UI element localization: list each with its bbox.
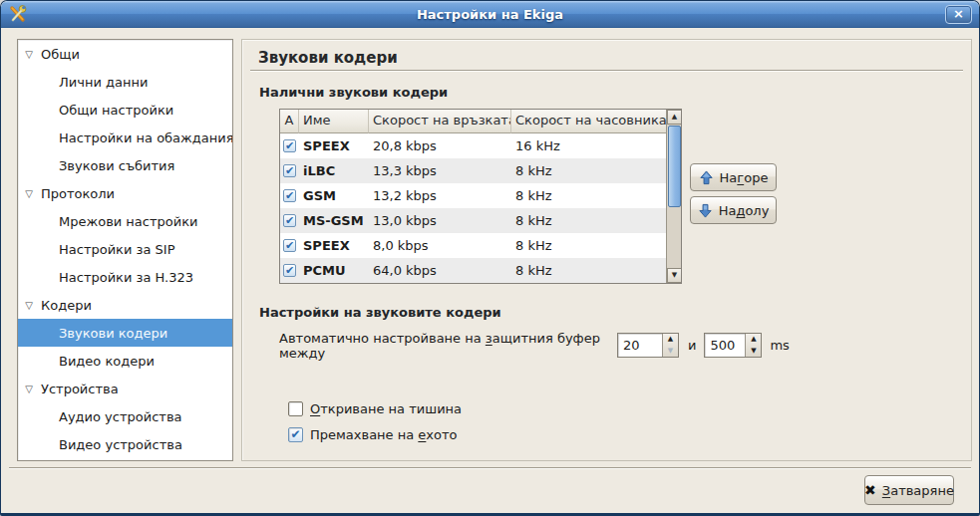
codec-enabled-checkbox[interactable]: ✔ (283, 239, 296, 252)
codec-name: SPEEX (299, 138, 369, 153)
codec-enabled-cell: ✔ (280, 164, 299, 177)
sidebar-item[interactable]: Настройки за SIP (18, 235, 232, 263)
sidebar-item-label: Видео кодери (59, 354, 155, 369)
expander-icon[interactable]: ▽ (22, 188, 36, 199)
sidebar-group[interactable]: ▽Протоколи (18, 179, 232, 207)
sidebar-item-label: Настройки за H.323 (59, 270, 193, 285)
codec-row[interactable]: ✔SPEEX8,0 kbps8 kHz (280, 233, 666, 258)
scroll-down-icon[interactable]: ▼ (667, 268, 682, 283)
spin-up-icon[interactable]: ▲ (663, 334, 678, 346)
spin-down-icon[interactable]: ▼ (663, 346, 678, 358)
silence-checkbox[interactable] (288, 401, 303, 416)
echo-cancellation-option[interactable]: ✔ Премахване на ехото (288, 425, 458, 443)
page-title: Звукови кодери (258, 49, 398, 67)
expander-icon[interactable]: ▽ (22, 384, 36, 394)
sidebar-group-label: Общи (41, 47, 80, 62)
codec-row[interactable]: ✔MS-GSM13,0 kbps8 kHz (280, 208, 666, 233)
codec-row[interactable]: ✔GSM13,2 kbps8 kHz (280, 183, 666, 208)
silence-label: Откриване на тишина (310, 401, 462, 416)
spin-down-icon[interactable]: ▼ (746, 346, 761, 358)
sidebar-item-label: Аудио устройства (59, 409, 182, 424)
scroll-up-icon[interactable]: ▲ (667, 110, 682, 125)
column-header-bandwidth[interactable]: Скорост на връзката (369, 110, 511, 133)
scrollbar-thumb[interactable] (668, 126, 681, 207)
codec-enabled-checkbox[interactable]: ✔ (283, 139, 296, 152)
sidebar-tree: ▽ОбщиЛични данниОбщи настройкиНастройки … (17, 39, 233, 461)
codec-enabled-cell: ✔ (280, 239, 299, 252)
sidebar-group-label: Кодери (41, 298, 92, 313)
close-cross-icon: ✖ (864, 483, 876, 497)
main-panel: Звукови кодери Налични звукови кодери А … (241, 39, 972, 461)
up-arrow-icon (699, 170, 714, 185)
codec-enabled-checkbox[interactable]: ✔ (283, 164, 296, 177)
sidebar-item-label: Звукови събития (59, 158, 174, 173)
sidebar-group[interactable]: ▽Устройства (18, 375, 232, 402)
codec-bandwidth: 64,0 kbps (369, 263, 511, 278)
preferences-dialog: Настройки на Ekiga × ▽ОбщиЛични данниОбщ… (0, 0, 980, 516)
column-header-name[interactable]: Име (299, 110, 369, 133)
move-up-button[interactable]: Нагоре (690, 163, 777, 191)
expander-icon[interactable]: ▽ (22, 300, 36, 311)
sidebar-group[interactable]: ▽Общи (18, 40, 232, 68)
codec-clock-rate: 8 kHz (511, 163, 666, 178)
sidebar-item-label: Видео устройства (59, 437, 182, 452)
sidebar-item[interactable]: Аудио устройства (18, 402, 232, 430)
sidebar-item-label: Общи настройки (59, 103, 173, 118)
column-header-clock-rate[interactable]: Скорост на часовника (511, 110, 666, 133)
codec-name: MS-GSM (299, 213, 369, 228)
jitter-max-value[interactable]: 500 (705, 334, 745, 357)
sidebar-item[interactable]: Мрежови настройки (18, 207, 232, 235)
expander-icon[interactable]: ▽ (22, 49, 36, 60)
sidebar-group-label: Устройства (41, 382, 119, 396)
spin-up-icon[interactable]: ▲ (746, 334, 761, 346)
codec-table-header: А Име Скорост на връзката Скорост на час… (280, 110, 666, 133)
move-up-label: Нагоре (720, 170, 769, 185)
codec-enabled-cell: ✔ (280, 264, 299, 277)
sidebar-item[interactable]: Звукови кодери (18, 319, 232, 347)
silence-detection-option[interactable]: Откриване на тишина (288, 399, 462, 417)
column-header-active[interactable]: А (280, 110, 299, 133)
sidebar-item[interactable]: Лични данни (18, 68, 232, 96)
codec-clock-rate: 8 kHz (511, 188, 666, 203)
codec-clock-rate: 8 kHz (511, 213, 666, 228)
codec-name: GSM (299, 188, 369, 203)
settings-section-title: Настройки на звуковите кодери (259, 305, 501, 320)
sidebar-item[interactable]: Видео кодери (18, 347, 232, 375)
codec-name: PCMU (299, 263, 369, 278)
codec-enabled-checkbox[interactable]: ✔ (283, 214, 296, 227)
move-down-button[interactable]: Надолу (690, 196, 777, 224)
codec-bandwidth: 20,8 kbps (369, 138, 511, 153)
titlebar[interactable]: Настройки на Ekiga × (1, 1, 979, 28)
jitter-max-spin-arrows[interactable]: ▲▼ (745, 334, 761, 357)
codec-clock-rate: 16 kHz (511, 138, 666, 153)
window-close-button[interactable]: × (945, 5, 972, 24)
sidebar-item-label: Мрежови настройки (59, 214, 198, 229)
sidebar-item[interactable]: Настройки на обажданията (18, 124, 232, 151)
sidebar-item[interactable]: Настройки за H.323 (18, 263, 232, 291)
close-button[interactable]: ✖ Затваряне (864, 475, 954, 505)
table-scrollbar[interactable]: ▲ ▼ (666, 110, 681, 283)
jitter-min-spin-arrows[interactable]: ▲▼ (662, 334, 678, 357)
close-button-label: Затваряне (882, 483, 954, 498)
jitter-max-spinner[interactable]: 500 ▲▼ (704, 333, 762, 358)
jitter-buffer-row: Автоматично настройване на защитния буфе… (279, 333, 790, 358)
codec-row[interactable]: ✔iLBC13,3 kbps8 kHz (280, 158, 666, 183)
codec-clock-rate: 8 kHz (511, 238, 666, 253)
sidebar-item[interactable]: Видео устройства (18, 430, 232, 458)
sidebar-group[interactable]: ▽Кодери (18, 291, 232, 319)
jitter-min-spinner[interactable]: 20 ▲▼ (617, 333, 679, 358)
echo-label: Премахване на ехото (310, 427, 458, 442)
sidebar-item[interactable]: Общи настройки (18, 96, 232, 124)
sidebar-group-label: Протоколи (41, 186, 115, 201)
sidebar-item[interactable]: Звукови събития (18, 151, 232, 179)
move-down-label: Надолу (719, 203, 770, 218)
codec-row[interactable]: ✔SPEEX20,8 kbps16 kHz (280, 133, 666, 158)
echo-checkbox[interactable]: ✔ (288, 427, 303, 442)
down-arrow-icon (698, 203, 713, 218)
codec-name: SPEEX (299, 238, 369, 253)
codec-enabled-checkbox[interactable]: ✔ (283, 264, 296, 277)
jitter-min-value[interactable]: 20 (618, 334, 662, 357)
codec-table: А Име Скорост на връзката Скорост на час… (279, 109, 682, 284)
codec-enabled-checkbox[interactable]: ✔ (283, 189, 296, 202)
codec-row[interactable]: ✔PCMU64,0 kbps8 kHz (280, 258, 666, 283)
